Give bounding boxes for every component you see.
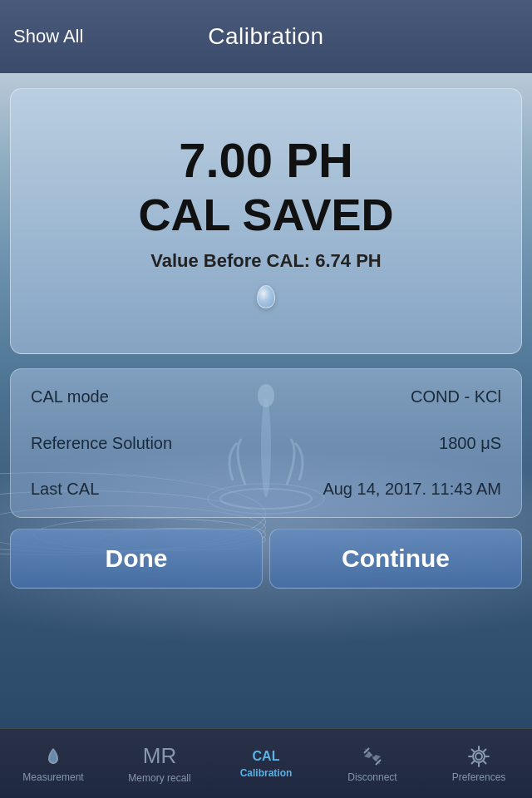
tab-memory-recall[interactable]: MR Memory recall — [106, 729, 213, 798]
tab-disconnect[interactable]: Disconnect — [319, 729, 426, 798]
water-splash — [200, 364, 332, 547]
memory-recall-icon: MR — [143, 743, 176, 769]
cal-mode-label: CAL mode — [31, 387, 109, 406]
main-content: 7.00 PH CAL SAVED Value Before CAL: 6.74… — [0, 73, 532, 728]
last-cal-label: Last CAL — [31, 480, 99, 499]
tab-bar: Measurement MR Memory recall CAL Calibra… — [0, 728, 532, 798]
cal-mode-value: COND - KCl — [411, 387, 501, 406]
tab-measurement[interactable]: Measurement — [0, 729, 106, 798]
reference-value: 1800 μS — [439, 434, 501, 453]
svg-point-0 — [261, 397, 271, 497]
nav-bar: Show All Calibration — [0, 0, 532, 73]
tab-memory-recall-label: Memory recall — [128, 772, 190, 784]
preferences-icon — [467, 745, 490, 768]
nav-title: Calibration — [208, 23, 323, 50]
show-all-button[interactable]: Show All — [13, 26, 83, 47]
tab-preferences[interactable]: Preferences — [426, 729, 532, 798]
water-drop-icon — [257, 285, 275, 308]
last-cal-value: Aug 14, 2017. 11:43 AM — [323, 480, 501, 499]
top-card: 7.00 PH CAL SAVED Value Before CAL: 6.74… — [10, 88, 522, 354]
ph-value: 7.00 PH — [179, 134, 353, 187]
tab-disconnect-label: Disconnect — [347, 771, 397, 783]
disconnect-icon — [361, 745, 384, 768]
reference-label: Reference Solution — [31, 434, 172, 453]
tab-measurement-label: Measurement — [22, 771, 83, 783]
cal-saved: CAL SAVED — [138, 190, 393, 239]
svg-point-6 — [475, 753, 482, 760]
tab-calibration[interactable]: CAL Calibration — [213, 729, 319, 798]
calibration-icon: CAL — [253, 749, 280, 764]
value-before: Value Before CAL: 6.74 PH — [150, 250, 382, 272]
tab-calibration-label: Calibration — [240, 767, 293, 779]
tab-preferences-label: Preferences — [452, 771, 506, 783]
svg-point-1 — [258, 384, 274, 407]
measurement-icon — [42, 745, 65, 768]
